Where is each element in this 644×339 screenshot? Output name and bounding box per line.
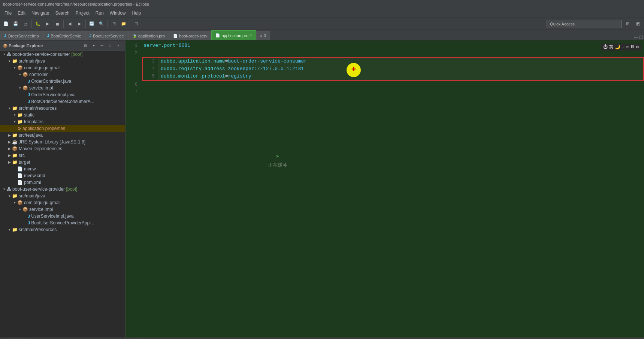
tab-bootorderservic[interactable]: J BootOrderServic [43, 31, 85, 40]
sidebar-scrollbar-h[interactable] [0, 338, 125, 339]
title-bar: boot-order-service-consumer/src/main/res… [0, 0, 644, 8]
tree-src-test-java[interactable]: ▶ 📁 src/test/java [0, 132, 125, 139]
tree-package-controller[interactable]: ▾ 📦 controller [0, 71, 125, 78]
tab-bootuserservice[interactable]: J BootUserService [85, 31, 128, 40]
toggle-provider-resources[interactable]: ▾ [7, 228, 12, 231]
toggle-provider-serviceimpl[interactable]: ▾ [17, 208, 22, 211]
tab-bar-right: ─ □ [634, 34, 644, 40]
tab-label-3: application.pro [138, 34, 165, 38]
toggle-maven[interactable]: ▶ [7, 147, 12, 151]
tree-provider-resources[interactable]: ▾ 📁 src/main/resources [0, 226, 125, 233]
toolbar-search[interactable]: 🔍 [97, 19, 106, 28]
tree-project-provider[interactable]: ▾ 🖧 boot-user-service-provider [boot] [0, 186, 125, 193]
label-gmall: com.atguigu.gmall [24, 65, 60, 70]
minimize-editor[interactable]: ─ [634, 34, 638, 40]
tree-file-pomxml[interactable]: 📄 pom.xml [0, 179, 125, 186]
tab-icon-0: J [4, 34, 6, 38]
toolbar-perspective[interactable]: ⊡ [131, 19, 140, 28]
maximize-editor[interactable]: □ [640, 34, 643, 40]
tree-file-bootorderserviceconsumer[interactable]: J BootOrderServiceConsumerA... [0, 98, 125, 105]
editor-line-3: 3 dubbo.application.name=boot-order-serv… [143, 58, 643, 65]
tree-file-mvnwcmd[interactable]: 📄 mvnw.cmd [0, 172, 125, 179]
toolbar-view-btn[interactable]: ◩ [634, 19, 643, 28]
menu-file[interactable]: File [1, 10, 15, 16]
toolbar-forward[interactable]: ▶ [75, 19, 84, 28]
tree-provider-src-main-java[interactable]: ▾ 📁 src/main/java [0, 193, 125, 199]
toggle-consumer[interactable]: ▾ [1, 52, 7, 56]
toolbar-save[interactable]: 💾 [11, 19, 20, 28]
tree-package-serviceimpl[interactable]: ▾ 📦 service.impl [0, 85, 125, 91]
toolbar-sep-4 [108, 20, 108, 28]
toolbar-stop[interactable]: ⏹ [53, 19, 62, 28]
tree-maven-deps[interactable]: ▶ 📦 Maven Dependencies [0, 145, 125, 152]
editor-scrollbar-h[interactable] [126, 338, 644, 339]
menu-window[interactable]: Window [107, 10, 129, 16]
menu-help[interactable]: Help [129, 10, 144, 16]
tree-provider-service-impl[interactable]: ▾ 📦 service.impl [0, 206, 125, 213]
props-icon: ⚙ [17, 126, 21, 131]
tree-project-consumer[interactable]: ▾ 🖧 boot-order-service-consumer [boot] [0, 51, 125, 58]
toggle-provider[interactable]: ▾ [1, 187, 7, 191]
toggle-static[interactable]: ▾ [12, 113, 17, 117]
tree-folder-static[interactable]: ▾ 📁 static [0, 112, 125, 118]
toggle-test[interactable]: ▶ [7, 133, 12, 137]
toggle-gmall[interactable]: ▾ [12, 66, 17, 70]
toggle-srcfolder[interactable]: ▶ [7, 154, 12, 157]
tab-close-active[interactable]: × [250, 33, 252, 37]
tab-application-pro-active[interactable]: 📄 application.pro × [211, 30, 256, 40]
toolbar-back[interactable]: ◀ [65, 19, 74, 28]
toolbar-open-resource[interactable]: 📁 [119, 19, 128, 28]
line-num-4: 4 [143, 65, 158, 73]
toolbar-save-all[interactable]: 🗂 [21, 19, 30, 28]
tree-folder-templates[interactable]: ▾ 📁 templates [0, 118, 125, 125]
toggle-provider-gmall[interactable]: ▾ [12, 201, 17, 205]
editor-content[interactable]: 1 server.port=8081 2 3 dubbo.application… [126, 40, 644, 338]
menu-edit[interactable]: Edit [15, 10, 28, 16]
label-pomxml: pom.xml [24, 180, 41, 185]
sidebar-maximize[interactable]: □ [106, 42, 114, 49]
tab-orderserviceimp[interactable]: J OrderServiceImp [0, 31, 43, 40]
tree-file-bootuserprovider[interactable]: J BootUserServiceProviderAppl... [0, 220, 125, 226]
sidebar-minimize[interactable]: ─ [98, 42, 106, 49]
tree-file-orderserviceimpl[interactable]: J OrderServiceImpl.java [0, 91, 125, 98]
tree-file-ordercontroller[interactable]: J OrderController.java [0, 78, 125, 85]
toggle-provider-src[interactable]: ▾ [7, 194, 12, 198]
quick-access-box[interactable]: Quick Access [547, 20, 622, 28]
tree-src-main-resources[interactable]: ▾ 📁 src/main/resources [0, 105, 125, 112]
tab-boot-order-serv[interactable]: 📄 boot-order-serv [169, 31, 211, 40]
toggle-resources[interactable]: ▾ [7, 106, 12, 110]
tree-provider-package-gmall[interactable]: ▾ 📦 com.atguigu.gmall [0, 199, 125, 206]
toggle-serviceimpl[interactable]: ▾ [17, 86, 22, 90]
menu-run[interactable]: Run [93, 10, 107, 16]
toolbar-run[interactable]: ▶ [43, 19, 52, 28]
toggle-jre[interactable]: ▶ [7, 140, 12, 144]
tree-target-folder[interactable]: ▶ 📁 target [0, 159, 125, 166]
tree-src-folder[interactable]: ▶ 📁 src [0, 152, 125, 159]
toolbar-debug[interactable]: 🐛 [33, 19, 42, 28]
quick-access-label: Quick Access [550, 22, 575, 26]
toolbar-perspective-btn[interactable]: ⊞ [623, 19, 632, 28]
tree-src-main-java[interactable]: ▾ 📁 src/main/java [0, 58, 125, 64]
toolbar-refresh[interactable]: 🔄 [87, 19, 96, 28]
tab-application-pro-1[interactable]: 🍃 application.pro [128, 31, 169, 40]
sidebar-collapse[interactable]: ⊟ [82, 42, 89, 49]
menu-navigate[interactable]: Navigate [28, 10, 52, 16]
toggle-controller[interactable]: ▾ [17, 73, 22, 76]
toggle-templates[interactable]: ▾ [12, 120, 17, 124]
sidebar-close[interactable]: × [115, 42, 122, 49]
tree-package-gmall[interactable]: ▾ 📦 com.atguigu.gmall [0, 64, 125, 71]
menu-search[interactable]: Search [52, 10, 72, 16]
menu-project[interactable]: Project [72, 10, 92, 16]
toggle-src-main[interactable]: ▾ [7, 59, 12, 63]
line-content-5: dubbo.monitor.protocol=registry [158, 73, 643, 80]
editor-line-7: 7 [126, 88, 644, 96]
toggle-target[interactable]: ▶ [7, 160, 12, 164]
sidebar-menu[interactable]: ▾ [90, 42, 97, 49]
toolbar-open-type[interactable]: ⊞ [109, 19, 118, 28]
tree-jre-library[interactable]: ▶ ☕ JRE System Library [JavaSE-1.8] [0, 139, 125, 145]
tree-file-application-properties[interactable]: ⚙ application.properties [0, 125, 125, 132]
toolbar-new[interactable]: 📄 [1, 19, 10, 28]
tree-file-mvnw[interactable]: 📄 mvnw [0, 166, 125, 172]
tree-file-userserviceimpl[interactable]: J UserServiceImpl.java [0, 213, 125, 220]
tab-more[interactable]: » 3 [256, 31, 270, 40]
